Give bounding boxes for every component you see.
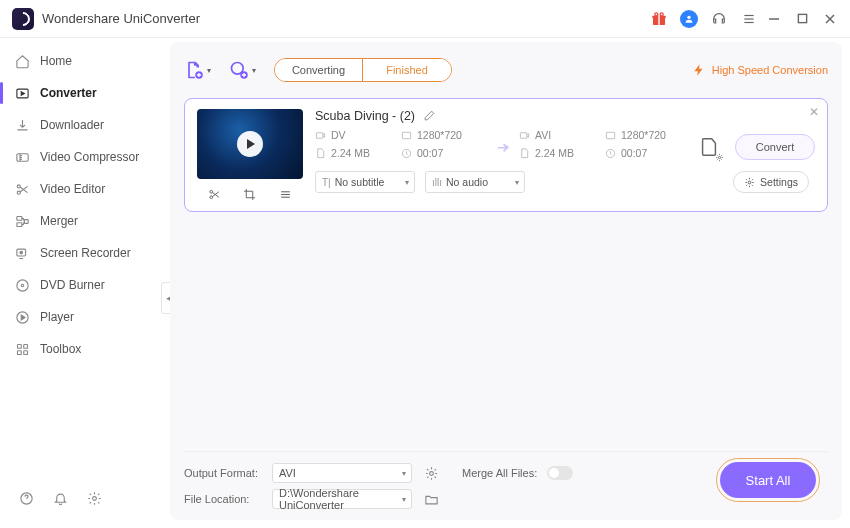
subtitle-value: No subtitle	[335, 176, 385, 188]
file-card: ✕ Scuba Diving - (2)	[184, 98, 828, 212]
dst-format: AVI	[535, 129, 551, 141]
preset-button[interactable]	[695, 133, 723, 161]
resolution-icon	[605, 130, 616, 141]
grid-icon	[14, 341, 30, 357]
merger-icon	[14, 213, 30, 229]
settings-label: Settings	[760, 176, 798, 188]
svg-rect-41	[316, 132, 322, 138]
menu-icon[interactable]	[740, 10, 758, 28]
gift-icon[interactable]	[650, 10, 668, 28]
tab-finished[interactable]: Finished	[363, 59, 451, 81]
src-size: 2.24 MB	[331, 147, 370, 159]
maximize-button[interactable]	[794, 11, 810, 27]
close-icon[interactable]: ✕	[809, 105, 819, 119]
dst-size: 2.24 MB	[535, 147, 574, 159]
sidebar-item-merger[interactable]: Merger	[0, 206, 168, 236]
download-icon	[14, 117, 30, 133]
minimize-button[interactable]	[766, 11, 782, 27]
audio-icon: ıllı	[432, 177, 442, 188]
svg-point-3	[655, 12, 658, 15]
recorder-icon	[14, 245, 30, 261]
scissors-icon	[14, 181, 30, 197]
merge-label: Merge All Files:	[462, 467, 537, 479]
chevron-down-icon: ▾	[207, 66, 211, 75]
subtitle-icon: T|	[322, 177, 331, 188]
src-duration: 00:07	[417, 147, 443, 159]
sidebar-item-editor[interactable]: Video Editor	[0, 174, 168, 204]
trim-icon[interactable]	[206, 185, 224, 203]
svg-rect-2	[658, 15, 659, 24]
svg-rect-30	[23, 350, 27, 354]
file-location-select[interactable]: D:\Wondershare UniConverter	[272, 489, 412, 509]
convert-button[interactable]: Convert	[735, 134, 815, 160]
sidebar-label: Converter	[40, 86, 97, 100]
bell-icon[interactable]	[52, 490, 68, 506]
file-icon	[519, 148, 530, 159]
play-icon	[14, 309, 30, 325]
subtitle-select[interactable]: T| No subtitle	[315, 171, 415, 193]
merge-toggle[interactable]	[547, 466, 573, 480]
sidebar-label: Screen Recorder	[40, 246, 131, 260]
sidebar-item-converter[interactable]: Converter	[0, 78, 168, 108]
home-icon	[14, 53, 30, 69]
main-panel: ▾ ▾ Converting Finished High Speed Conve…	[170, 42, 842, 520]
close-button[interactable]	[822, 11, 838, 27]
file-settings-button[interactable]: Settings	[733, 171, 809, 193]
svg-point-4	[660, 12, 663, 15]
app-logo	[12, 8, 34, 30]
sidebar-item-recorder[interactable]: Screen Recorder	[0, 238, 168, 268]
video-thumbnail[interactable]	[197, 109, 303, 179]
output-format-select[interactable]: AVI	[272, 463, 412, 483]
sidebar-item-player[interactable]: Player	[0, 302, 168, 332]
sidebar-item-home[interactable]: Home	[0, 46, 168, 76]
settings-icon[interactable]	[86, 490, 102, 506]
output-format-label: Output Format:	[184, 467, 262, 479]
svg-point-49	[429, 471, 433, 475]
high-speed-toggle[interactable]: High Speed Conversion	[692, 63, 828, 77]
svg-point-48	[748, 181, 751, 184]
bolt-icon	[692, 63, 706, 77]
src-resolution: 1280*720	[417, 129, 462, 141]
add-file-button[interactable]: ▾	[184, 60, 211, 80]
add-folder-button[interactable]: ▾	[229, 60, 256, 80]
start-all-button[interactable]: Start All	[720, 462, 816, 498]
edit-icon[interactable]	[423, 109, 437, 123]
tab-converting[interactable]: Converting	[275, 59, 363, 81]
dst-resolution: 1280*720	[621, 129, 666, 141]
svg-rect-15	[16, 153, 27, 161]
sidebar: Home Converter Downloader Video Compress…	[0, 38, 168, 528]
svg-rect-28	[23, 344, 27, 348]
sidebar-label: Video Editor	[40, 182, 105, 196]
svg-point-22	[20, 251, 23, 254]
svg-rect-45	[606, 132, 614, 138]
file-name: Scuba Diving - (2)	[315, 109, 415, 123]
support-icon[interactable]	[710, 10, 728, 28]
audio-value: No audio	[446, 176, 488, 188]
sidebar-label: Toolbox	[40, 342, 81, 356]
svg-point-32	[92, 496, 96, 500]
help-icon[interactable]	[18, 490, 34, 506]
output-settings-icon[interactable]	[422, 464, 440, 482]
sidebar-label: Merger	[40, 214, 78, 228]
audio-select[interactable]: ıllı No audio	[425, 171, 525, 193]
svg-marker-26	[21, 315, 25, 320]
list-icon[interactable]	[276, 185, 294, 203]
svg-point-23	[16, 279, 27, 290]
user-avatar-icon[interactable]	[680, 10, 698, 28]
svg-rect-44	[520, 132, 526, 138]
video-icon	[315, 130, 326, 141]
sidebar-item-dvd[interactable]: DVD Burner	[0, 270, 168, 300]
dst-duration: 00:07	[621, 147, 647, 159]
play-icon	[237, 131, 263, 157]
crop-icon[interactable]	[241, 185, 259, 203]
disc-icon	[14, 277, 30, 293]
sidebar-item-compressor[interactable]: Video Compressor	[0, 142, 168, 172]
video-icon	[519, 130, 530, 141]
open-folder-icon[interactable]	[422, 490, 440, 508]
svg-point-47	[718, 156, 720, 158]
gear-icon	[744, 177, 755, 188]
app-title: Wondershare UniConverter	[42, 11, 200, 26]
sidebar-item-toolbox[interactable]: Toolbox	[0, 334, 168, 364]
svg-rect-20	[24, 219, 28, 223]
sidebar-item-downloader[interactable]: Downloader	[0, 110, 168, 140]
